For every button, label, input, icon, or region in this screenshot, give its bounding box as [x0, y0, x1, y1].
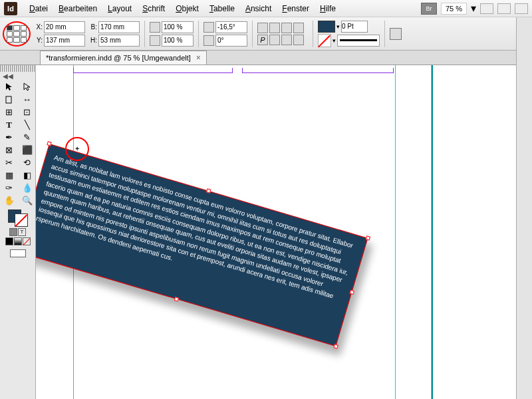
scissors-tool[interactable]: ✂ — [0, 156, 18, 169]
select-content-icon[interactable] — [281, 35, 292, 45]
direct-selection-tool[interactable] — [18, 80, 36, 93]
menu-hilfe[interactable]: Hilfe — [315, 1, 341, 16]
pen-tool[interactable]: ✒ — [0, 131, 18, 144]
stroke-style[interactable] — [337, 35, 380, 47]
apply-color-icon[interactable] — [5, 237, 13, 245]
svg-rect-0 — [6, 96, 11, 103]
rotation-origin-marker[interactable]: ✦ — [74, 145, 80, 152]
char-icon[interactable]: P — [257, 35, 268, 45]
shear-icon — [203, 35, 214, 46]
screen-mode-icon[interactable] — [497, 3, 511, 14]
scale-x-icon — [150, 22, 160, 33]
reference-point[interactable] — [3, 21, 31, 47]
x-label: X: — [33, 23, 43, 31]
h-label: H: — [88, 37, 97, 44]
zoom-tool[interactable]: 🔍 — [18, 194, 36, 207]
stroke-color-swatch[interactable] — [15, 213, 28, 227]
canvas[interactable]: ✦ Am alist, as nobitat lam volores es no… — [36, 65, 532, 399]
menu-layout[interactable]: Layout — [102, 1, 137, 16]
fill-swatch[interactable] — [318, 21, 335, 33]
scale-x-input[interactable] — [162, 21, 194, 33]
toolbox-handle[interactable] — [0, 65, 35, 72]
scale-y-icon — [150, 35, 160, 46]
gap-tool[interactable]: ↔ — [18, 93, 36, 106]
scale-y-input[interactable] — [162, 35, 194, 47]
stroke-swatch[interactable] — [318, 34, 331, 47]
w-label: B: — [88, 23, 97, 31]
menu-ansicht[interactable]: Ansicht — [240, 1, 277, 16]
rectangle-frame-tool[interactable]: ⊠ — [0, 144, 18, 156]
gradient-swatch-tool[interactable]: ▦ — [0, 169, 18, 182]
right-panel-strip[interactable] — [516, 17, 532, 399]
guide-mid[interactable] — [395, 65, 396, 399]
select-container-icon[interactable] — [269, 35, 280, 45]
free-transform-tool[interactable]: ⟲ — [18, 156, 36, 169]
menu-tabelle[interactable]: Tabelle — [204, 1, 240, 16]
fill-dd-icon[interactable]: ▾ — [336, 23, 340, 30]
selection-tool[interactable] — [0, 80, 18, 93]
eyedropper-tool[interactable]: 💧 — [18, 182, 36, 194]
extra-icon[interactable] — [293, 35, 304, 45]
bridge-button[interactable]: Br — [421, 3, 437, 15]
flip-v-icon[interactable] — [293, 23, 304, 33]
h-input[interactable] — [98, 35, 140, 47]
menu-datei[interactable]: Datei — [24, 1, 53, 16]
hand-tool[interactable]: ✋ — [0, 194, 18, 207]
y-input[interactable] — [44, 35, 85, 47]
page-tool[interactable] — [0, 93, 18, 106]
menu-objekt[interactable]: Objekt — [170, 1, 204, 16]
normal-view-icon[interactable] — [10, 249, 26, 257]
note-tool[interactable]: ✑ — [0, 182, 18, 194]
y-label: Y: — [33, 37, 43, 44]
toolbox: ◀◀ ↔ ⊞ ⊡ T ╲ ✒ ✎ ⊠ ⬛ ✂ ⟲ ▦ ◧ ✑ 💧 ✋ 🔍 T — [0, 65, 36, 399]
pencil-tool[interactable]: ✎ — [18, 131, 36, 144]
content-collector-tool[interactable]: ⊞ — [0, 106, 18, 118]
formatting-container-icon[interactable] — [9, 228, 17, 236]
shear-input[interactable] — [215, 35, 247, 47]
rotation-input[interactable] — [215, 21, 247, 33]
document-tab[interactable]: *transformieren.indd @ 75 % [Umgewandelt… — [40, 51, 207, 65]
margin-frame-2 — [242, 68, 394, 73]
type-tool[interactable]: T — [0, 118, 18, 131]
tab-title: *transformieren.indd @ 75 % [Umgewandelt… — [46, 54, 191, 62]
content-placer-tool[interactable]: ⊡ — [18, 106, 36, 118]
gradient-feather-tool[interactable]: ◧ — [18, 169, 36, 182]
formatting-text-icon[interactable]: T — [18, 228, 26, 236]
line-tool[interactable]: ╲ — [18, 118, 36, 131]
margin-frame-1 — [73, 68, 233, 73]
zoom-level[interactable]: 75 % — [441, 3, 467, 15]
view-options-icon[interactable] — [480, 3, 493, 14]
menu-fenster[interactable]: Fenster — [277, 1, 315, 16]
fill-stroke-swatches[interactable] — [8, 209, 28, 227]
apply-none-icon[interactable] — [23, 237, 31, 245]
rectangle-tool[interactable]: ⬛ — [18, 144, 36, 156]
rotate-ccw-icon[interactable] — [269, 23, 280, 33]
zoom-dropdown-icon[interactable]: ▾ — [471, 2, 476, 15]
apply-gradient-icon[interactable] — [14, 237, 22, 245]
fx-icon[interactable] — [390, 28, 402, 40]
arrange-icon[interactable] — [515, 3, 528, 14]
stroke-dd-icon[interactable]: ▾ — [332, 37, 336, 44]
flip-h-icon[interactable] — [281, 23, 292, 33]
menu-schrift[interactable]: Schrift — [137, 1, 170, 16]
w-input[interactable] — [98, 21, 140, 33]
app-icon: Id — [4, 2, 17, 15]
stroke-weight-input[interactable] — [341, 21, 368, 33]
rotation-icon — [203, 22, 214, 33]
toolbox-collapse-icon[interactable]: ◀◀ — [0, 72, 35, 80]
x-input[interactable] — [44, 21, 85, 33]
rotate-cw-icon[interactable] — [257, 23, 268, 33]
tab-close-icon[interactable]: × — [196, 53, 201, 63]
guide-right[interactable] — [432, 65, 433, 399]
menu-bearbeiten[interactable]: Bearbeiten — [53, 1, 102, 16]
